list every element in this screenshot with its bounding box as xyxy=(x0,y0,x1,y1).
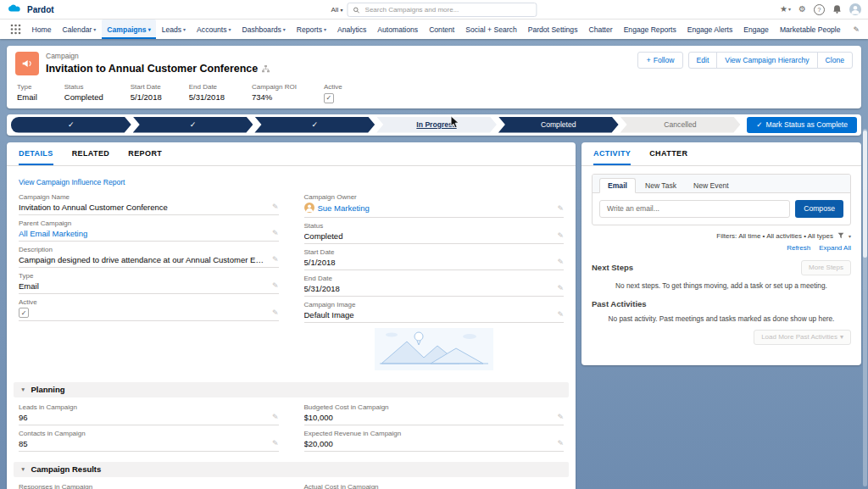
global-search: All ▾ xyxy=(331,3,537,17)
nav-item-home[interactable]: Home xyxy=(26,19,57,39)
nav-item-social-search[interactable]: Social + Search xyxy=(460,19,522,39)
field-campaign-name: Campaign Name Invitation to Annual Custo… xyxy=(19,193,279,215)
help-icon[interactable]: ? xyxy=(814,4,825,15)
nav-item-accounts[interactable]: Accounts▾ xyxy=(192,19,236,39)
path-stage-3[interactable]: ✓ xyxy=(254,117,375,133)
nav-item-automations[interactable]: Automations xyxy=(372,19,424,39)
field-campaign-owner: Campaign Owner Sue Marketing ✎ xyxy=(304,193,565,218)
nav-item-chatter[interactable]: Chatter xyxy=(583,19,618,39)
page-scrollbar[interactable] xyxy=(863,129,867,486)
more-steps-button[interactable]: More Steps xyxy=(801,260,851,275)
filter-funnel-icon[interactable] xyxy=(837,232,844,241)
section-campaign-results[interactable]: ▼ Campaign Results xyxy=(14,462,569,477)
path-stage-completed[interactable]: Completed xyxy=(498,117,619,133)
nav-item-engage-alerts[interactable]: Engage Alerts xyxy=(682,19,738,39)
nav-item-reports[interactable]: Reports▾ xyxy=(291,19,331,39)
nav-item-engage[interactable]: Engage xyxy=(738,19,775,39)
expand-all-link[interactable]: Expand All xyxy=(819,244,851,252)
app-launcher-icon[interactable] xyxy=(5,19,26,39)
edit-pencil-icon[interactable]: ✎ xyxy=(272,413,279,421)
edit-pencil-icon[interactable]: ✎ xyxy=(272,255,279,264)
tab-report[interactable]: REPORT xyxy=(128,142,162,165)
load-more-past-activities-button[interactable]: Load More Past Activities▾ xyxy=(754,330,851,345)
nav-item-leads[interactable]: Leads▾ xyxy=(156,19,191,39)
tab-activity[interactable]: ACTIVITY xyxy=(593,142,631,165)
composer-tab-new-event[interactable]: New Event xyxy=(686,179,737,192)
nav-edit-pencil-icon[interactable]: ✎ xyxy=(849,19,863,39)
next-steps-empty-text: No next steps. To get things moving, add… xyxy=(592,281,851,291)
tab-related[interactable]: RELATED xyxy=(72,142,110,165)
scrollbar-thumb[interactable] xyxy=(863,131,867,258)
highlight-type: Type Email xyxy=(17,83,37,103)
cloud-logo-icon xyxy=(7,2,24,17)
edit-pencil-icon[interactable]: ✎ xyxy=(557,204,564,213)
field-parent-campaign: Parent Campaign All Email Marketing✎ xyxy=(19,219,279,242)
notifications-bell-icon[interactable] xyxy=(832,4,842,14)
parent-campaign-link[interactable]: All Email Marketing xyxy=(19,229,267,238)
search-scope-selector[interactable]: All ▾ xyxy=(331,6,342,14)
path-stage-in-progress[interactable]: In Progress xyxy=(376,117,497,133)
chevron-down-icon: ▾ xyxy=(840,333,843,341)
chevron-down-icon: ▾ xyxy=(324,26,326,32)
active-checkbox[interactable]: ✓ xyxy=(324,93,334,103)
nav-item-dashboards[interactable]: Dashboards▾ xyxy=(236,19,291,39)
nav-item-calendar[interactable]: Calendar▾ xyxy=(57,19,102,39)
setup-gear-icon[interactable]: ⚙ xyxy=(798,5,806,14)
view-campaign-hierarchy-button[interactable]: View Campaign Hierarchy xyxy=(716,52,817,69)
edit-pencil-icon[interactable]: ✎ xyxy=(557,231,564,240)
composer-tab-new-task[interactable]: New Task xyxy=(637,179,684,192)
highlight-campaign-roi: Campaign ROI 734% xyxy=(252,83,297,103)
chevron-down-icon[interactable]: ▾ xyxy=(849,233,851,239)
nav-item-marketable-people[interactable]: Marketable People xyxy=(774,19,846,39)
follow-button[interactable]: +Follow xyxy=(637,52,682,69)
field-expected-revenue: Expected Revenue in Campaign $20,000✎ xyxy=(304,430,565,452)
check-icon: ✓ xyxy=(326,94,332,102)
highlight-end-date: End Date 5/31/2018 xyxy=(189,83,225,103)
nav-item-engage-reports[interactable]: Engage Reports xyxy=(618,19,682,39)
edit-pencil-icon[interactable]: ✎ xyxy=(557,439,564,447)
edit-pencil-icon[interactable]: ✎ xyxy=(557,258,564,266)
chevron-down-icon: ▾ xyxy=(183,26,186,32)
hierarchy-icon[interactable] xyxy=(262,61,270,76)
path-stage-1[interactable]: ✓ xyxy=(11,117,131,133)
edit-pencil-icon[interactable]: ✎ xyxy=(557,413,564,421)
refresh-link[interactable]: Refresh xyxy=(787,244,810,252)
edit-pencil-icon[interactable]: ✎ xyxy=(272,439,279,447)
edit-pencil-icon[interactable]: ✎ xyxy=(557,284,564,292)
path-stage-cancelled[interactable]: Cancelled xyxy=(620,117,741,133)
nav-item-campaigns[interactable]: Campaigns▾ xyxy=(102,19,156,39)
search-box[interactable] xyxy=(348,3,537,17)
edit-button[interactable]: Edit xyxy=(688,52,718,69)
edit-pencil-icon[interactable]: ✎ xyxy=(557,310,564,319)
nav-item-analytics[interactable]: Analytics xyxy=(331,19,371,39)
campaign-owner-link[interactable]: Sue Marketing xyxy=(318,203,370,213)
chevron-down-icon: ▾ xyxy=(228,26,231,32)
edit-pencil-icon[interactable]: ✎ xyxy=(272,203,279,211)
view-campaign-influence-report-link[interactable]: View Campaign Influence Report xyxy=(19,178,125,186)
favorites-star-icon[interactable]: ★▾ xyxy=(780,5,791,14)
chevron-down-icon: ▾ xyxy=(341,8,343,13)
compose-button[interactable]: Compose xyxy=(795,200,843,218)
edit-pencil-icon[interactable]: ✎ xyxy=(272,281,279,290)
active-checkbox[interactable]: ✓ xyxy=(19,308,29,318)
path-stage-2[interactable]: ✓ xyxy=(133,117,253,133)
nav-item-pardot-settings[interactable]: Pardot Settings xyxy=(522,19,583,39)
edit-pencil-icon[interactable]: ✎ xyxy=(272,308,279,317)
user-avatar[interactable] xyxy=(849,3,861,15)
tab-chatter[interactable]: CHATTER xyxy=(649,142,687,165)
record-header-card: Campaign Invitation to Annual Customer C… xyxy=(7,46,861,108)
activity-filters: Filters: All time • All activities • All… xyxy=(592,232,851,241)
edit-pencil-icon[interactable]: ✎ xyxy=(272,229,279,237)
search-input[interactable] xyxy=(364,5,531,14)
clone-button[interactable]: Clone xyxy=(817,52,853,69)
brand-logo: Pardot xyxy=(7,2,54,17)
nav-item-content[interactable]: Content xyxy=(424,19,460,39)
composer-tab-email[interactable]: Email xyxy=(599,178,636,193)
activity-tabs: ACTIVITY CHATTER xyxy=(581,142,861,166)
tab-details[interactable]: DETAILS xyxy=(19,142,53,165)
section-planning[interactable]: ▼ Planning xyxy=(14,382,569,397)
field-budgeted-cost: Budgeted Cost in Campaign $10,000✎ xyxy=(304,403,565,425)
plus-icon: + xyxy=(646,56,650,64)
mark-status-complete-button[interactable]: ✓Mark Status as Complete xyxy=(747,117,857,133)
write-email-input[interactable] xyxy=(599,200,790,218)
